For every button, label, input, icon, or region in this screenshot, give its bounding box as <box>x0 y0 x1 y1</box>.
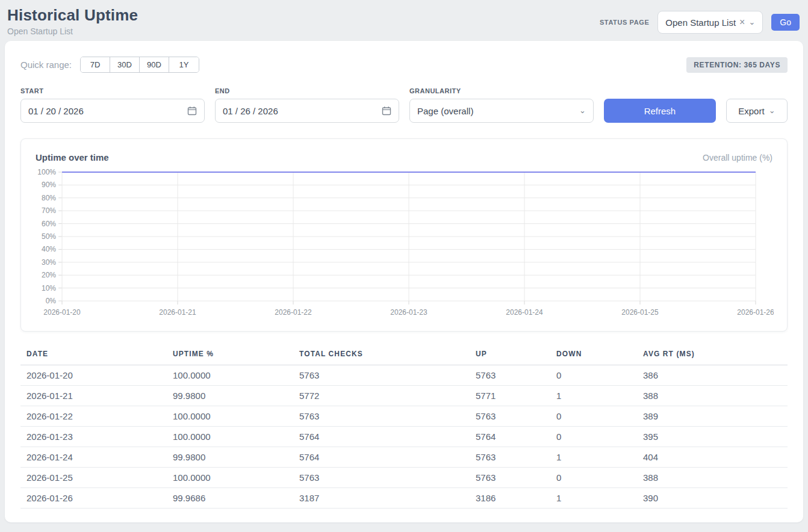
column-header: UPTIME % <box>167 346 293 365</box>
table-cell: 99.9800 <box>167 386 293 406</box>
table-cell: 99.9686 <box>167 488 293 509</box>
table-cell: 0 <box>550 406 637 427</box>
table-cell: 0 <box>550 427 637 447</box>
table-row: 2026-01-2199.9800577257711388 <box>20 386 788 406</box>
table-cell: 100.0000 <box>167 406 293 427</box>
page-subtitle: Open Startup List <box>7 26 138 36</box>
clear-icon[interactable]: × <box>739 17 745 27</box>
table-cell: 390 <box>637 488 788 509</box>
status-page-select-value: Open Startup List <box>665 17 736 28</box>
start-label: START <box>20 87 205 94</box>
granularity-label: GRANULARITY <box>409 87 594 94</box>
table-cell: 5764 <box>293 427 470 447</box>
calendar-icon[interactable] <box>187 106 197 116</box>
chart-title: Uptime over time <box>36 152 109 162</box>
table-cell: 5764 <box>470 427 550 447</box>
start-date-field: START 01 / 20 / 2026 <box>20 87 205 123</box>
table-cell: 386 <box>637 365 788 386</box>
start-date-input[interactable]: 01 / 20 / 2026 <box>20 99 205 123</box>
svg-text:2026-01-25: 2026-01-25 <box>621 308 659 317</box>
quick-range-7d-button[interactable]: 7D <box>81 57 110 72</box>
table-row: 2026-01-2699.9686318731861390 <box>20 488 788 509</box>
svg-text:50%: 50% <box>42 232 56 241</box>
end-date-input[interactable]: 01 / 26 / 2026 <box>215 99 399 123</box>
chevron-down-icon: ⌄ <box>769 107 775 114</box>
start-date-value: 01 / 20 / 2026 <box>28 106 187 116</box>
svg-text:2026-01-23: 2026-01-23 <box>390 308 427 317</box>
uptime-chart-card: Uptime over time Overall uptime (%) 0%10… <box>20 138 788 332</box>
chevron-down-icon: ⌄ <box>579 107 586 114</box>
table-row: 2026-01-20100.0000576357630386 <box>20 365 788 386</box>
table-cell: 2026-01-21 <box>20 386 167 406</box>
table-cell: 5771 <box>470 386 550 406</box>
table-cell: 2026-01-20 <box>20 365 167 386</box>
svg-text:90%: 90% <box>42 181 56 189</box>
table-row: 2026-01-25100.0000576357630388 <box>20 468 788 488</box>
export-button[interactable]: Export ⌄ <box>726 99 788 123</box>
column-header: UP <box>470 346 550 365</box>
svg-text:0%: 0% <box>46 297 57 305</box>
table-cell: 2026-01-23 <box>20 427 167 447</box>
end-date-field: END 01 / 26 / 2026 <box>215 87 399 123</box>
granularity-select[interactable]: Page (overall) ⌄ <box>409 99 594 123</box>
table-header-row: DATEUPTIME %TOTAL CHECKSUPDOWNAVG RT (MS… <box>20 346 788 365</box>
table-cell: 100.0000 <box>167 365 293 386</box>
svg-text:20%: 20% <box>42 271 56 279</box>
granularity-value: Page (overall) <box>417 106 579 116</box>
go-button[interactable]: Go <box>771 14 800 31</box>
svg-text:2026-01-24: 2026-01-24 <box>506 308 543 317</box>
chevron-down-icon: ⌄ <box>748 18 755 26</box>
title-block: Historical Uptime Open Startup List <box>7 6 138 36</box>
svg-text:40%: 40% <box>42 245 56 253</box>
table-cell: 0 <box>550 365 637 386</box>
svg-text:70%: 70% <box>42 206 56 215</box>
table-cell: 5772 <box>293 386 470 406</box>
quick-range-30d-button[interactable]: 30D <box>110 57 140 72</box>
table-cell: 5763 <box>470 447 550 468</box>
table-cell: 389 <box>637 406 788 427</box>
uptime-table-body: 2026-01-20100.00005763576303862026-01-21… <box>20 365 788 509</box>
status-page-select[interactable]: Open Startup List × ⌄ <box>657 11 763 34</box>
column-header: TOTAL CHECKS <box>293 346 470 365</box>
filter-row: START 01 / 20 / 2026 END 01 / 26 / 2026 … <box>20 87 788 123</box>
table-cell: 99.9800 <box>167 447 293 468</box>
quick-range-group: 7D30D90D1Y <box>80 57 199 73</box>
main-panel: Quick range: 7D30D90D1Y RETENTION: 365 D… <box>5 41 803 522</box>
svg-text:60%: 60% <box>42 220 56 228</box>
table-cell: 2026-01-26 <box>20 488 167 509</box>
svg-text:2026-01-26: 2026-01-26 <box>737 308 774 317</box>
table-cell: 5763 <box>470 468 550 488</box>
svg-text:100%: 100% <box>37 168 56 176</box>
granularity-field: GRANULARITY Page (overall) ⌄ <box>409 87 594 123</box>
table-cell: 2026-01-25 <box>20 468 167 488</box>
svg-text:2026-01-22: 2026-01-22 <box>275 308 312 317</box>
refresh-button[interactable]: Refresh <box>604 99 716 123</box>
table-cell: 1 <box>550 386 637 406</box>
table-cell: 5763 <box>293 468 470 488</box>
table-cell: 100.0000 <box>167 427 293 447</box>
table-row: 2026-01-23100.0000576457640395 <box>20 427 788 447</box>
chart-header: Uptime over time Overall uptime (%) <box>36 152 772 162</box>
quick-range-1y-button[interactable]: 1Y <box>169 57 199 72</box>
table-cell: 395 <box>637 427 788 447</box>
svg-text:30%: 30% <box>42 258 56 267</box>
table-cell: 5763 <box>293 365 470 386</box>
status-page-controls: STATUS PAGE Open Startup List × ⌄ Go <box>600 11 800 34</box>
end-date-value: 01 / 26 / 2026 <box>223 106 382 116</box>
table-cell: 3187 <box>293 488 470 509</box>
table-cell: 1 <box>550 488 637 509</box>
table-cell: 388 <box>637 468 788 488</box>
column-header: DOWN <box>550 346 637 365</box>
column-header: DATE <box>20 346 167 365</box>
end-label: END <box>215 87 399 94</box>
status-page-label: STATUS PAGE <box>600 19 649 26</box>
table-cell: 1 <box>550 447 637 468</box>
quick-range-90d-button[interactable]: 90D <box>140 57 169 72</box>
svg-text:80%: 80% <box>42 194 56 202</box>
quick-range-label: Quick range: <box>20 60 72 70</box>
table-cell: 5764 <box>293 447 470 468</box>
column-header: AVG RT (MS) <box>637 346 788 365</box>
export-button-label: Export <box>738 106 764 116</box>
table-cell: 388 <box>637 386 788 406</box>
calendar-icon[interactable] <box>382 106 391 116</box>
